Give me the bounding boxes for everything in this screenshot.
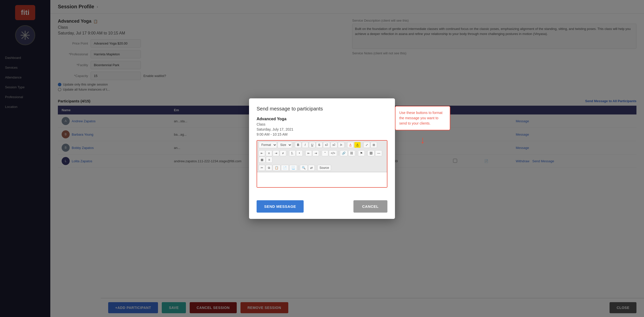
divider bbox=[320, 151, 320, 156]
divider bbox=[293, 142, 294, 147]
tooltip-text: Use these buttons to format the message … bbox=[399, 111, 442, 125]
modal-session-date: Saturday, July 17, 2021 bbox=[257, 127, 387, 131]
strikethrough-button[interactable]: S bbox=[316, 142, 323, 148]
divider bbox=[288, 151, 288, 156]
underline-button[interactable]: U bbox=[309, 142, 315, 148]
source-button[interactable]: Source bbox=[317, 165, 331, 171]
bold-button[interactable]: B bbox=[295, 142, 301, 148]
format-select[interactable]: Format bbox=[259, 142, 277, 148]
divider bbox=[304, 151, 304, 156]
message-editor: Format Size B I U S x2 x2 Ix bbox=[257, 140, 387, 188]
divider bbox=[338, 151, 339, 156]
image-button[interactable]: 🖼 bbox=[368, 150, 375, 156]
italic-alt-button[interactable]: Ix bbox=[338, 142, 344, 148]
unordered-list-button[interactable]: • bbox=[296, 150, 303, 156]
link-button[interactable]: 🔗 bbox=[340, 150, 348, 156]
bg-color-button[interactable]: A bbox=[354, 142, 361, 148]
editor-content-area[interactable] bbox=[257, 172, 387, 187]
size-select[interactable]: Size bbox=[277, 142, 292, 148]
copy-button[interactable]: ⧉ bbox=[266, 165, 272, 171]
unlink-button[interactable]: ⛓ bbox=[348, 150, 355, 156]
font-color-button[interactable]: A bbox=[347, 142, 354, 148]
modal-footer: SEND MESSAGE CANCEL bbox=[249, 196, 395, 219]
hr-button[interactable]: — bbox=[375, 150, 382, 156]
modal-title: Send message to participants bbox=[257, 106, 387, 112]
table-button[interactable]: ▦ bbox=[259, 157, 265, 163]
cancel-modal-button[interactable]: CANCEL bbox=[353, 200, 388, 213]
more-button[interactable]: ≡ bbox=[266, 157, 272, 163]
modal-session-name: Advanced Yoga bbox=[257, 117, 387, 121]
divider bbox=[356, 151, 357, 156]
flag-button[interactable]: ⚑ bbox=[358, 150, 365, 156]
ordered-list-button[interactable]: 1. bbox=[289, 150, 296, 156]
divider bbox=[362, 142, 362, 147]
modal-session-type: Class bbox=[257, 122, 387, 126]
align-center-button[interactable]: ≡ bbox=[266, 150, 272, 156]
toolbar-row-3: ✂ ⧉ 📋 📄 📃 🔍 ⇄ Source bbox=[257, 164, 387, 172]
send-message-modal: Use these buttons to format the message … bbox=[249, 98, 395, 219]
align-left-button[interactable]: ⇤ bbox=[259, 150, 265, 156]
superscript-button[interactable]: x2 bbox=[331, 142, 338, 148]
cut-button[interactable]: ✂ bbox=[259, 165, 265, 171]
align-justify-button[interactable]: ≠ bbox=[280, 150, 286, 156]
modal-body: Send message to participants Advanced Yo… bbox=[249, 98, 395, 196]
tooltip-arrow: ↓ bbox=[420, 135, 425, 145]
paste-button[interactable]: 📋 bbox=[273, 165, 280, 171]
send-message-button[interactable]: SEND MESSAGE bbox=[257, 200, 304, 213]
toolbar-row-1: Format Size B I U S x2 x2 Ix bbox=[257, 141, 387, 149]
code-button[interactable]: </> bbox=[329, 150, 337, 156]
paste-text-button[interactable]: 📃 bbox=[289, 165, 297, 171]
table-insert-button[interactable]: ⊞ bbox=[371, 142, 377, 148]
modal-session-time: 9:00 AM - 10:15 AM bbox=[257, 132, 387, 136]
divider bbox=[316, 165, 316, 170]
blockquote-button[interactable]: " bbox=[322, 150, 328, 156]
divider bbox=[298, 165, 299, 170]
find-button[interactable]: 🔍 bbox=[300, 165, 308, 171]
toolbar-row-2: ⇤ ≡ ⇥ ≠ 1. • ⇤ ⇥ " </> 🔗 bbox=[257, 149, 387, 164]
italic-button[interactable]: I bbox=[302, 142, 308, 148]
editor-toolbar: Format Size B I U S x2 x2 Ix bbox=[257, 141, 387, 172]
paste-word-button[interactable]: 📄 bbox=[281, 165, 289, 171]
replace-button[interactable]: ⇄ bbox=[308, 165, 315, 171]
divider bbox=[346, 142, 346, 147]
modal-overlay: Use these buttons to format the message … bbox=[0, 0, 644, 317]
align-right-button[interactable]: ⇥ bbox=[273, 150, 279, 156]
outdent-button[interactable]: ⇤ bbox=[305, 150, 312, 156]
format-tooltip: Use these buttons to format the message … bbox=[395, 106, 450, 130]
indent-button[interactable]: ⇥ bbox=[312, 150, 319, 156]
subscript-button[interactable]: x2 bbox=[323, 142, 330, 148]
divider bbox=[366, 151, 366, 156]
expand-button[interactable]: ⤢ bbox=[364, 142, 370, 148]
